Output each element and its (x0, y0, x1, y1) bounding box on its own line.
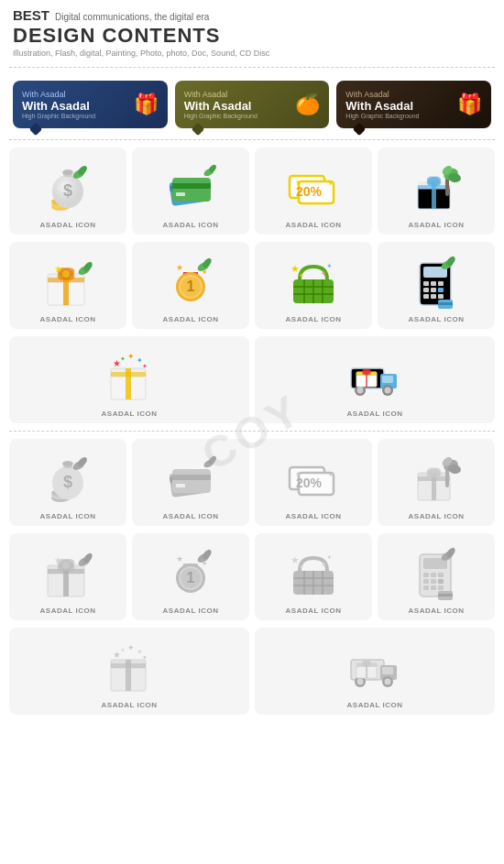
svg-point-192 (357, 679, 364, 685)
gray-icon-row-2: ★ ASADAL ICON 1 ★ ★ (0, 533, 504, 620)
icon-calculator[interactable]: ASADAL ICON (378, 242, 495, 329)
svg-rect-68 (431, 281, 436, 286)
section-divider-1 (9, 139, 495, 140)
color-icon-row-3: ★ ✦ ✦ ✦ ✦ ASADAL ICON (0, 336, 504, 423)
gray-icon-row-3: ★ ✦ ✦ ✦ ✦ ASADAL ICON (0, 628, 504, 715)
icon-discount-tag[interactable]: 20% ★ ★ ASADAL ICON (255, 148, 372, 235)
icon-party-box-gray[interactable]: ★ ✦ ✦ ✦ ✦ ASADAL ICON (9, 628, 249, 715)
svg-point-107 (62, 461, 73, 466)
header-best: BEST Digital communications, the digital… (13, 7, 491, 23)
svg-rect-14 (176, 192, 185, 196)
svg-rect-79 (438, 302, 453, 305)
icon-discount-tag-gray[interactable]: 20% ★ ★ ASADAL ICON (255, 439, 372, 526)
icon-gift-box-gray[interactable]: ★ ASADAL ICON (9, 533, 126, 620)
svg-rect-170 (431, 579, 436, 584)
svg-rect-92 (382, 376, 393, 383)
svg-text:★: ★ (176, 263, 183, 272)
svg-rect-190 (382, 667, 393, 674)
svg-point-194 (385, 679, 391, 685)
color-icon-row-2: ★ ASADAL ICON 1 ★ ★ (0, 242, 504, 329)
icon-delivery-truck[interactable]: ASADAL ICON (255, 336, 495, 423)
svg-rect-71 (431, 288, 436, 292)
banner-dark[interactable]: With Asadal With Asadal High Graphic Bac… (336, 81, 491, 128)
banner-blue-icon: 🎁 (134, 93, 159, 116)
svg-text:★: ★ (295, 470, 301, 478)
svg-rect-182 (111, 663, 146, 668)
icon-delivery-truck-gray[interactable]: ASADAL ICON (255, 628, 495, 715)
svg-text:✦: ✦ (127, 643, 135, 652)
svg-rect-174 (438, 585, 444, 590)
svg-rect-83 (111, 372, 146, 377)
banner-blue[interactable]: With Asadal With Asadal High Graphic Bac… (13, 81, 168, 128)
svg-rect-171 (438, 579, 444, 584)
icon-money-bag[interactable]: $ ASADAL ICON (9, 148, 126, 235)
svg-text:★: ★ (202, 268, 207, 275)
design-sub: Illustration, Flash, digital, Painting, … (13, 49, 491, 58)
icon-gift-box[interactable]: ★ ASADAL ICON (9, 242, 126, 329)
svg-point-96 (385, 388, 391, 394)
icon-credit-card-gray[interactable]: CARD ASADAL ICON (132, 439, 249, 526)
header: BEST Digital communications, the digital… (0, 0, 504, 61)
icon-gift-plant-gray[interactable]: ASADAL ICON (378, 439, 495, 526)
svg-text:✦: ✦ (127, 352, 135, 361)
icon-party-box[interactable]: ★ ✦ ✦ ✦ ✦ ASADAL ICON (9, 336, 249, 423)
svg-rect-168 (438, 573, 444, 577)
svg-text:★: ★ (54, 264, 62, 274)
svg-rect-166 (423, 573, 429, 577)
banner-dark-icon: 🎁 (457, 93, 482, 116)
svg-rect-72 (438, 288, 444, 292)
svg-rect-172 (423, 585, 429, 590)
svg-text:★: ★ (202, 560, 207, 566)
section-divider-2 (9, 431, 495, 432)
svg-rect-74 (431, 294, 436, 299)
top-divider (9, 67, 495, 68)
svg-text:✦: ✦ (299, 563, 304, 570)
svg-rect-70 (423, 288, 429, 292)
svg-point-6 (62, 170, 73, 175)
svg-rect-167 (431, 573, 436, 577)
svg-text:★: ★ (328, 472, 333, 477)
svg-rect-173 (431, 585, 436, 590)
svg-rect-178 (438, 594, 453, 596)
icon-calculator-gray[interactable]: ASADAL ICON (378, 533, 495, 620)
svg-text:✦: ✦ (142, 654, 148, 661)
svg-text:★: ★ (295, 179, 301, 187)
svg-rect-130 (445, 469, 449, 487)
svg-point-140 (62, 562, 70, 569)
svg-rect-114 (172, 475, 211, 480)
svg-rect-13 (172, 183, 211, 189)
svg-point-94 (357, 388, 364, 394)
icon-medal[interactable]: 1 ★ ★ ASADAL ICON (132, 242, 249, 329)
banner-section: With Asadal With Asadal High Graphic Bac… (0, 73, 504, 136)
best-sub: Digital communications, the digital era (55, 12, 209, 22)
svg-text:★: ★ (176, 554, 183, 563)
icon-shopping-basket[interactable]: ★ ✦ ✦ ✦ ASADAL ICON (255, 242, 372, 329)
icon-medal-gray[interactable]: 1 ★ ★ ASADAL ICON (132, 533, 249, 620)
svg-text:✦: ✦ (326, 553, 333, 562)
design-label: DESIGN CONTENTS (13, 24, 491, 48)
best-label: BEST (13, 7, 49, 23)
svg-text:★: ★ (328, 180, 333, 186)
icon-shopping-basket-gray[interactable]: ★ ✦ ✦ ✦ ASADAL ICON (255, 533, 372, 620)
icon-gift-plant[interactable]: ASADAL ICON (378, 148, 495, 235)
icon-credit-card[interactable]: CARD ASADAL ICON (132, 148, 249, 235)
gray-icon-row-1: $ ASADAL ICON CARD (0, 439, 504, 526)
icon-money-bag-gray[interactable]: $ ASADAL ICON (9, 439, 126, 526)
svg-text:1: 1 (187, 279, 195, 294)
color-icon-row-1: $ ASADAL ICON CARD ASA (0, 148, 504, 235)
svg-rect-67 (423, 281, 429, 286)
svg-text:1: 1 (187, 570, 195, 585)
svg-rect-73 (423, 294, 429, 299)
svg-rect-12 (172, 178, 211, 202)
svg-text:✦: ✦ (120, 647, 126, 653)
svg-rect-115 (176, 484, 185, 487)
svg-text:✦: ✦ (120, 355, 126, 362)
svg-rect-69 (438, 281, 444, 286)
svg-text:✦: ✦ (142, 363, 148, 369)
svg-rect-169 (423, 579, 429, 584)
banner-olive[interactable]: With Asadal With Asadal High Graphic Bac… (175, 81, 330, 128)
svg-point-40 (62, 270, 70, 278)
svg-text:✦: ✦ (321, 561, 327, 569)
svg-text:$: $ (63, 181, 72, 200)
banner-olive-icon: 🍊 (295, 93, 320, 116)
